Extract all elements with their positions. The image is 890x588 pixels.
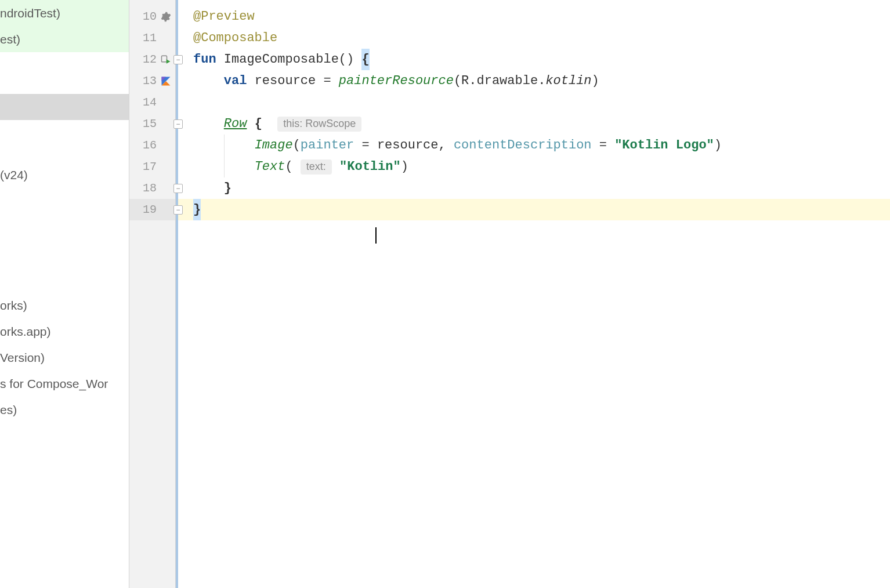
line-number: 11 xyxy=(140,27,157,49)
tree-item[interactable]: orks) xyxy=(0,292,129,318)
line-number: 19 xyxy=(140,199,157,220)
tree-item[interactable]: orks.app) xyxy=(0,318,129,344)
fold-toggle-icon[interactable]: − xyxy=(173,119,183,129)
param-name: contentDescription xyxy=(454,135,592,156)
gutter-row[interactable]: 12 xyxy=(129,49,175,70)
identifier: resource xyxy=(255,70,316,92)
svg-rect-0 xyxy=(162,56,167,62)
ide-root: ndroidTest) est) (v24) orks) orks.app) V… xyxy=(0,0,890,588)
brace-open: { xyxy=(255,113,262,135)
gutter-row[interactable]: 11 xyxy=(129,27,175,49)
annotation: @Composable xyxy=(193,27,277,49)
line-number: 15 xyxy=(140,113,157,135)
code-line[interactable] xyxy=(191,92,890,113)
line-number: 16 xyxy=(140,135,157,156)
call: Row xyxy=(224,113,247,135)
tree-item[interactable]: (v24) xyxy=(0,162,129,188)
code-line[interactable]: @Composable xyxy=(191,27,890,49)
brace-close: } xyxy=(224,177,231,199)
tree-item[interactable]: ndroidTest) xyxy=(0,0,129,26)
code-line[interactable]: Image(painter = resource, contentDescrip… xyxy=(191,135,890,156)
code-line[interactable]: @Preview xyxy=(191,6,890,27)
gutter-row[interactable]: 15 xyxy=(129,113,175,135)
parens: () xyxy=(339,49,354,70)
keyword: fun xyxy=(193,49,216,70)
fold-toggle-icon[interactable]: − xyxy=(173,55,183,64)
tree-item-selected[interactable] xyxy=(0,94,129,120)
call: Text xyxy=(255,156,285,177)
brace-close: } xyxy=(193,199,201,220)
fold-strip[interactable]: − − − − xyxy=(176,0,191,588)
gutter-row[interactable]: 10 xyxy=(129,6,175,27)
fold-toggle-icon[interactable]: − xyxy=(173,205,183,215)
tree-item[interactable]: est) xyxy=(0,26,129,52)
function-name: ImageComposable xyxy=(224,49,339,70)
line-number: 14 xyxy=(140,92,157,113)
text-cursor xyxy=(375,227,377,244)
gutter-row[interactable]: 14 xyxy=(129,92,175,113)
brace-open: { xyxy=(361,49,369,70)
annotation: @Preview xyxy=(193,6,255,27)
line-number: 10 xyxy=(140,6,157,27)
tree-item[interactable]: es) xyxy=(0,397,129,423)
code-line[interactable]: Text( text: "Kotlin") xyxy=(191,156,890,177)
keyword: val xyxy=(224,70,247,92)
gutter-row[interactable]: 13 xyxy=(129,70,175,92)
run-icon[interactable] xyxy=(160,54,172,66)
tree-item[interactable]: Version) xyxy=(0,344,129,371)
line-number: 12 xyxy=(140,49,157,70)
resource-name: kotlin xyxy=(545,70,591,92)
qualifier: R.drawable. xyxy=(461,70,545,92)
code-line-current[interactable]: } xyxy=(191,199,890,220)
gear-icon[interactable] xyxy=(160,11,172,23)
arg: resource xyxy=(377,135,439,156)
gutter-row[interactable]: 16 xyxy=(129,135,175,156)
gutter-row[interactable]: 17 xyxy=(129,156,175,177)
inlay-hint: this: RowScope xyxy=(277,117,361,132)
svg-marker-1 xyxy=(167,59,171,64)
operator: = xyxy=(316,70,339,92)
string: "Kotlin" xyxy=(339,156,401,177)
fold-toggle-icon[interactable]: − xyxy=(173,184,183,193)
param-name: painter xyxy=(301,135,354,156)
call: Image xyxy=(255,135,293,156)
call: painterResource xyxy=(339,70,454,92)
editor-gutter[interactable]: 10 11 12 13 14 15 16 17 18 19 xyxy=(129,0,176,588)
gutter-row[interactable]: 18 xyxy=(129,177,175,199)
code-line[interactable]: } xyxy=(191,177,890,199)
kotlin-icon xyxy=(160,75,172,87)
line-number: 13 xyxy=(140,70,157,92)
line-number: 17 xyxy=(140,156,157,177)
code-line[interactable]: Row { this: RowScope xyxy=(191,113,890,135)
project-tree-sidebar[interactable]: ndroidTest) est) (v24) orks) orks.app) V… xyxy=(0,0,129,588)
gutter-row-current[interactable]: 19 xyxy=(129,199,175,220)
string: "Kotlin Logo" xyxy=(614,135,714,156)
inlay-hint: text: xyxy=(301,159,332,175)
code-line[interactable]: val resource = painterResource(R.drawabl… xyxy=(191,70,890,92)
code-line[interactable]: fun ImageComposable() { xyxy=(191,49,890,70)
line-number: 18 xyxy=(140,177,157,199)
tree-item[interactable]: s for Compose_Wor xyxy=(0,371,129,397)
code-editor[interactable]: @Preview @Composable fun ImageComposable… xyxy=(191,0,890,588)
